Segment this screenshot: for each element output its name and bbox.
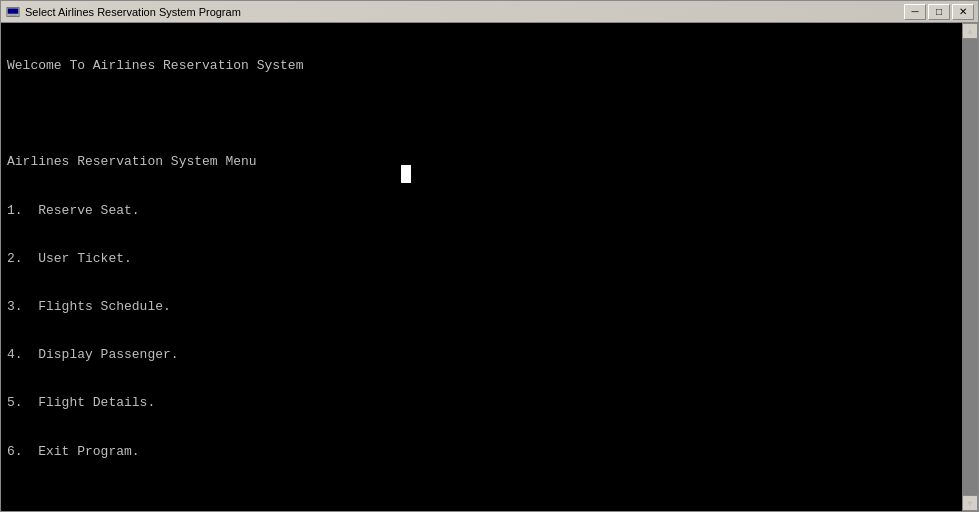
console-area[interactable]: Welcome To Airlines Reservation System A… — [1, 23, 978, 511]
scroll-up-button[interactable]: ▲ — [962, 23, 978, 39]
prompt-line[interactable]: Choose One: — [7, 491, 972, 511]
window-controls: ─ □ ✕ — [904, 4, 974, 20]
menu-item-6: 6. Exit Program. — [7, 443, 972, 461]
svg-rect-2 — [9, 14, 18, 15]
scroll-track — [962, 39, 978, 495]
title-bar: Select Airlines Reservation System Progr… — [1, 1, 978, 23]
menu-item-2: 2. User Ticket. — [7, 250, 972, 268]
scroll-cursor — [401, 165, 411, 183]
welcome-line: Welcome To Airlines Reservation System — [7, 57, 972, 75]
prompt-text: Choose One: — [54, 510, 148, 511]
menu-item-1: 1. Reserve Seat. — [7, 202, 972, 220]
minimize-button[interactable]: ─ — [904, 4, 926, 20]
menu-item-3: 3. Flights Schedule. — [7, 298, 972, 316]
menu-header: Airlines Reservation System Menu — [7, 153, 972, 171]
svg-rect-1 — [8, 8, 19, 13]
window-title: Select Airlines Reservation System Progr… — [25, 6, 904, 18]
menu-item-5: 5. Flight Details. — [7, 394, 972, 412]
menu-item-4: 4. Display Passenger. — [7, 346, 972, 364]
vertical-scrollbar[interactable]: ▲ ▼ — [962, 23, 978, 511]
maximize-button[interactable]: □ — [928, 4, 950, 20]
main-window: Select Airlines Reservation System Progr… — [0, 0, 979, 512]
close-button[interactable]: ✕ — [952, 4, 974, 20]
blank-line — [7, 105, 972, 123]
window-icon — [5, 4, 21, 20]
scroll-down-button[interactable]: ▼ — [962, 495, 978, 511]
